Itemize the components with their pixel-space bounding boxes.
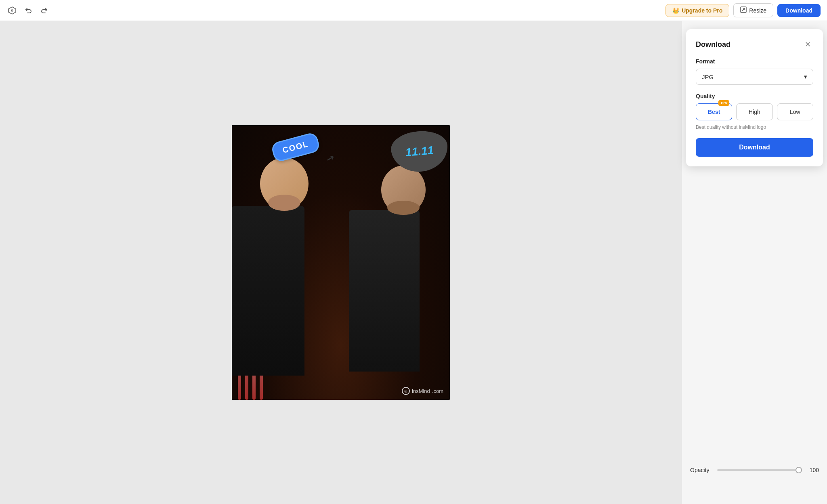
undo-button[interactable] bbox=[23, 5, 34, 16]
opacity-slider[interactable] bbox=[717, 469, 802, 471]
quality-high-button[interactable]: High bbox=[736, 103, 772, 120]
dropdown-chevron-icon: ▾ bbox=[804, 73, 807, 80]
quality-low-button[interactable]: Low bbox=[777, 103, 813, 120]
download-modal-button[interactable]: Download bbox=[696, 138, 813, 157]
cool-text: COOL bbox=[281, 139, 309, 155]
main-area: COOL ↗ 11.11 ◎ insMind .com Down bbox=[0, 21, 827, 504]
quality-low-label: Low bbox=[790, 109, 800, 115]
photo-container: COOL ↗ 11.11 ◎ insMind .com bbox=[232, 125, 450, 400]
svg-point-0 bbox=[11, 10, 13, 11]
opacity-row: Opacity 100 bbox=[690, 467, 819, 473]
right-panel: Download ✕ Format JPG ▾ Quality Pro Best… bbox=[682, 21, 827, 504]
resize-icon bbox=[740, 6, 747, 14]
quality-hint: Best quality without insMind logo bbox=[696, 124, 813, 130]
format-value: JPG bbox=[702, 74, 714, 80]
insmind-domain: .com bbox=[432, 388, 443, 394]
resize-button[interactable]: Resize bbox=[733, 3, 773, 17]
quality-best-label: Best bbox=[708, 109, 720, 115]
crown-icon: 👑 bbox=[672, 7, 679, 14]
toolbar-right: 👑 Upgrade to Pro Resize Download bbox=[665, 3, 821, 17]
pro-badge: Pro bbox=[718, 100, 729, 106]
quality-label: Quality bbox=[696, 93, 813, 99]
opacity-value: 100 bbox=[807, 467, 819, 473]
opacity-thumb[interactable] bbox=[796, 467, 802, 473]
opacity-section: Opacity 100 bbox=[682, 460, 827, 480]
quality-high-label: High bbox=[749, 109, 760, 115]
upgrade-label: Upgrade to Pro bbox=[682, 7, 722, 14]
toolbar-left bbox=[6, 5, 50, 16]
canvas-icon[interactable] bbox=[6, 5, 18, 16]
modal-header: Download ✕ bbox=[696, 39, 813, 50]
photo-image: COOL ↗ 11.11 ◎ insMind .com bbox=[232, 125, 450, 400]
opacity-label: Opacity bbox=[690, 467, 712, 473]
modal-title: Download bbox=[696, 40, 730, 49]
resize-label: Resize bbox=[749, 7, 766, 14]
insmind-brand: insMind bbox=[412, 388, 430, 394]
format-label: Format bbox=[696, 58, 813, 65]
insmind-icon: ◎ bbox=[402, 387, 410, 395]
format-dropdown[interactable]: JPG ▾ bbox=[696, 69, 813, 85]
toolbar: 👑 Upgrade to Pro Resize Download bbox=[0, 0, 827, 21]
close-icon: ✕ bbox=[805, 40, 811, 49]
download-modal: Download ✕ Format JPG ▾ Quality Pro Best… bbox=[686, 29, 823, 166]
upgrade-button[interactable]: 👑 Upgrade to Pro bbox=[665, 4, 729, 17]
redo-button[interactable] bbox=[39, 5, 50, 16]
quality-options: Pro Best High Low bbox=[696, 103, 813, 120]
modal-close-button[interactable]: ✕ bbox=[802, 39, 813, 50]
toolbar-download-button[interactable]: Download bbox=[777, 4, 821, 17]
insmind-watermark: ◎ insMind .com bbox=[402, 387, 443, 395]
canvas-area[interactable]: COOL ↗ 11.11 ◎ insMind .com bbox=[0, 21, 682, 504]
quality-best-button[interactable]: Pro Best bbox=[696, 103, 732, 120]
sticker-1111-text: 11.11 bbox=[405, 144, 434, 159]
